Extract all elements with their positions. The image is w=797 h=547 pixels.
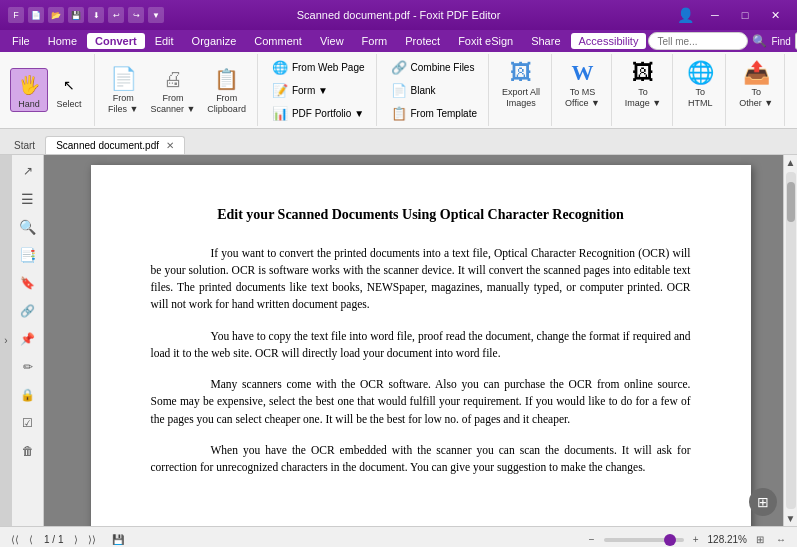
to-html-label: ToHTML bbox=[688, 87, 713, 109]
combine-icon: 🔗 bbox=[390, 58, 408, 76]
menu-bar: File Home Convert Edit Organize Comment … bbox=[0, 30, 797, 52]
minimize-button[interactable]: ─ bbox=[701, 5, 729, 25]
sidebar-check-icon[interactable]: ☑ bbox=[16, 411, 40, 435]
export-all-images-button[interactable]: 🖼 Export AllImages bbox=[497, 56, 545, 112]
to-ms-office-button[interactable]: W To MSOffice ▼ bbox=[560, 56, 605, 112]
user-icon[interactable]: 👤 bbox=[671, 5, 699, 25]
from-scanner-icon: 🖨 bbox=[159, 65, 187, 93]
pdf-portfolio-button[interactable]: 📊 PDF Portfolio ▼ bbox=[266, 102, 370, 124]
window-controls[interactable]: 👤 ─ □ ✕ bbox=[671, 5, 789, 25]
zoom-slider[interactable] bbox=[604, 538, 684, 542]
main-area: › ↗ ☰ 🔍 📑 🔖 🔗 📌 ✏ 🔒 ☑ 🗑 Edit your Scanne… bbox=[0, 155, 797, 526]
save-all-icon: ⬇ bbox=[88, 7, 104, 23]
hand-tool-button[interactable]: 🖐 Hand bbox=[10, 68, 48, 113]
sidebar-cursor-icon[interactable]: ↗ bbox=[16, 159, 40, 183]
select-tool-button[interactable]: ↖ Select bbox=[50, 68, 88, 113]
menu-accessibility[interactable]: Accessibility bbox=[571, 33, 647, 49]
sidebar-pin-icon[interactable]: 📌 bbox=[16, 327, 40, 351]
ms-office-icon: W bbox=[568, 59, 596, 87]
to-other-label: ToOther ▼ bbox=[739, 87, 773, 109]
recognize-text-button[interactable]: 🔍 RecognizeText ▼ bbox=[793, 56, 797, 112]
template-icon: 📋 bbox=[390, 104, 408, 122]
export-all-images-label: Export AllImages bbox=[502, 87, 540, 109]
sidebar-bookmark-icon[interactable]: 🔖 bbox=[16, 271, 40, 295]
to-other-icon: 📤 bbox=[742, 59, 770, 87]
document-tab-label: Scanned document.pdf bbox=[56, 140, 159, 151]
to-image-icon: 🖼 bbox=[629, 59, 657, 87]
close-button[interactable]: ✕ bbox=[761, 5, 789, 25]
save-as-icon[interactable]: 💾 bbox=[109, 533, 127, 546]
fit-page-button[interactable]: ⊞ bbox=[753, 533, 767, 546]
ribbon-group-from-web: 🌐 From Web Page 📝 Form ▼ 📊 PDF Portfolio… bbox=[260, 54, 377, 126]
menu-edit[interactable]: Edit bbox=[147, 33, 182, 49]
search-icon: 🔍 bbox=[752, 34, 767, 48]
pdf-paragraph-1: If you want to convert the printed docum… bbox=[151, 245, 691, 314]
menu-view[interactable]: View bbox=[312, 33, 352, 49]
combine-files-button[interactable]: 🔗 Combine Files bbox=[385, 56, 483, 78]
from-web-page-button[interactable]: 🌐 From Web Page bbox=[266, 56, 370, 78]
page-nav-prev[interactable]: ⟨ bbox=[26, 533, 36, 546]
sidebar-links-icon[interactable]: 🔗 bbox=[16, 299, 40, 323]
right-scrollbar: ▲ ▼ bbox=[783, 155, 797, 526]
scroll-up-button[interactable]: ▲ bbox=[784, 155, 797, 170]
pdf-paragraph-2: You have to copy the text file into word… bbox=[151, 328, 691, 363]
page-nav-next-next[interactable]: ⟩⟩ bbox=[85, 533, 99, 546]
to-ms-office-label: To MSOffice ▼ bbox=[565, 87, 600, 109]
page-nav-next[interactable]: ⟩ bbox=[71, 533, 81, 546]
sidebar-lock-icon[interactable]: 🔒 bbox=[16, 383, 40, 407]
sidebar-search-icon[interactable]: 🔍 bbox=[16, 215, 40, 239]
menu-file[interactable]: File bbox=[4, 33, 38, 49]
from-clipboard-icon: 📋 bbox=[213, 65, 241, 93]
page-nav-prev-prev[interactable]: ⟨⟨ bbox=[8, 533, 22, 546]
tell-me-input[interactable] bbox=[648, 32, 748, 50]
sidebar-edit-icon[interactable]: ✏ bbox=[16, 355, 40, 379]
scroll-down-button[interactable]: ▼ bbox=[784, 511, 797, 526]
menu-organize[interactable]: Organize bbox=[184, 33, 245, 49]
new-icon: 📄 bbox=[28, 7, 44, 23]
document-tab[interactable]: Scanned document.pdf ✕ bbox=[45, 136, 185, 154]
sidebar-thumbnail-icon[interactable]: ☰ bbox=[16, 187, 40, 211]
menu-form[interactable]: Form bbox=[354, 33, 396, 49]
left-sidebar: ↗ ☰ 🔍 📑 🔖 🔗 📌 ✏ 🔒 ☑ 🗑 bbox=[12, 155, 44, 526]
fit-width-button[interactable]: ↔ bbox=[773, 533, 789, 546]
sidebar-bookmarks-icon[interactable]: 📑 bbox=[16, 243, 40, 267]
undo-icon: ↩ bbox=[108, 7, 124, 23]
web-icon: 🌐 bbox=[271, 58, 289, 76]
ribbon-group-recognize: 🔍 RecognizeText ▼ bbox=[787, 54, 797, 126]
menu-comment[interactable]: Comment bbox=[246, 33, 310, 49]
menu-foxit-esign[interactable]: Foxit eSign bbox=[450, 33, 521, 49]
collapse-sidebar-button[interactable]: › bbox=[0, 155, 12, 526]
hand-icon: 🖐 bbox=[15, 71, 43, 99]
from-files-button[interactable]: 📄 FromFiles ▼ bbox=[103, 62, 143, 118]
blank-label: Blank bbox=[411, 85, 436, 96]
sidebar-trash-icon[interactable]: 🗑 bbox=[16, 439, 40, 463]
blank-button[interactable]: 📄 Blank bbox=[385, 79, 483, 101]
status-left: ⟨⟨ ⟨ 1 / 1 ⟩ ⟩⟩ 💾 bbox=[8, 533, 127, 546]
start-tab[interactable]: Start bbox=[4, 137, 45, 154]
zoom-in-button[interactable]: + bbox=[690, 533, 702, 546]
menu-home[interactable]: Home bbox=[40, 33, 85, 49]
accessibility-float-button[interactable]: ⊞ bbox=[749, 488, 777, 516]
to-image-button[interactable]: 🖼 ToImage ▼ bbox=[620, 56, 666, 112]
ribbon-items-tools: 🖐 Hand ↖ Select bbox=[10, 56, 88, 124]
from-clipboard-button[interactable]: 📋 FromClipboard bbox=[202, 62, 251, 118]
menu-convert[interactable]: Convert bbox=[87, 33, 145, 49]
ribbon-group-to-other: 📤 ToOther ▼ bbox=[728, 54, 785, 126]
to-other-button[interactable]: 📤 ToOther ▼ bbox=[734, 56, 778, 112]
to-image-label: ToImage ▼ bbox=[625, 87, 661, 109]
tab-close-button[interactable]: ✕ bbox=[166, 140, 174, 151]
to-html-button[interactable]: 🌐 ToHTML bbox=[681, 56, 719, 112]
redo-icon: ↪ bbox=[128, 7, 144, 23]
zoom-out-button[interactable]: − bbox=[586, 533, 598, 546]
title-bar: F 📄 📂 💾 ⬇ ↩ ↪ ▼ Scanned document.pdf - F… bbox=[0, 0, 797, 30]
menu-share[interactable]: Share bbox=[523, 33, 568, 49]
pdf-paragraph-4: When you have the OCR embedded with the … bbox=[151, 442, 691, 477]
from-scanner-button[interactable]: 🖨 FromScanner ▼ bbox=[145, 62, 200, 118]
scroll-track[interactable] bbox=[786, 172, 796, 509]
from-files-icon: 📄 bbox=[109, 65, 137, 93]
form-button[interactable]: 📝 Form ▼ bbox=[266, 79, 370, 101]
menu-protect[interactable]: Protect bbox=[397, 33, 448, 49]
maximize-button[interactable]: □ bbox=[731, 5, 759, 25]
from-template-button[interactable]: 📋 From Template bbox=[385, 102, 483, 124]
pdf-paragraph-3: Many scanners come with the OCR software… bbox=[151, 376, 691, 428]
